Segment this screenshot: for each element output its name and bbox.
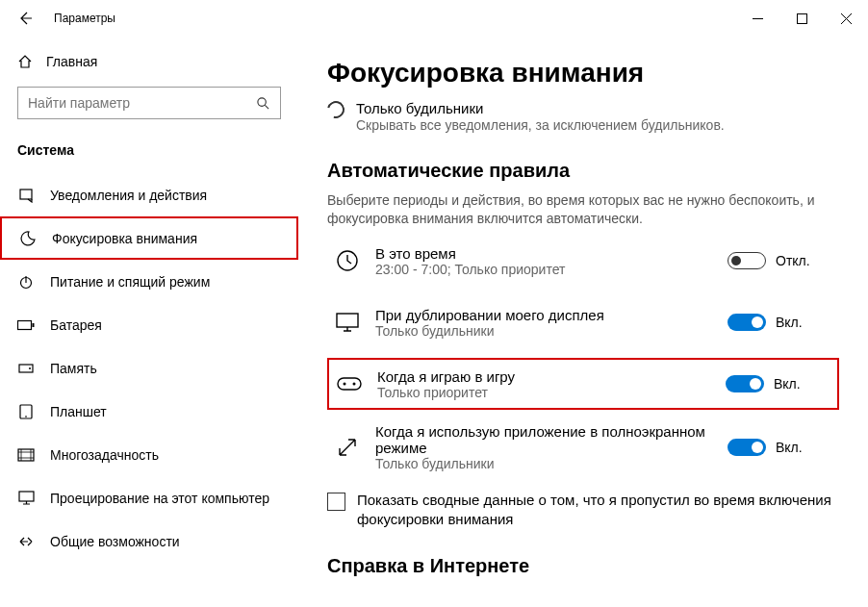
svg-rect-10 bbox=[19, 492, 34, 501]
toggle-label: Откл. bbox=[776, 253, 810, 268]
search-box[interactable] bbox=[17, 87, 281, 119]
sidebar-item-tablet[interactable]: Планшет bbox=[0, 390, 298, 433]
minimize-icon bbox=[753, 13, 763, 24]
checkbox[interactable] bbox=[327, 493, 345, 511]
rule-list: В это время 23:00 - 7:00; Только приорит… bbox=[327, 235, 839, 475]
close-icon bbox=[841, 13, 852, 24]
sidebar-item-focus-assist[interactable]: Фокусировка внимания bbox=[0, 216, 298, 260]
rule-title: Когда я использую приложение в полноэкра… bbox=[375, 423, 714, 456]
toggle-switch[interactable] bbox=[726, 375, 764, 392]
svg-rect-13 bbox=[338, 378, 361, 390]
radio-label: Только будильники bbox=[356, 100, 725, 116]
svg-rect-12 bbox=[337, 314, 358, 327]
summary-checkbox-row[interactable]: Показать сводные данные о том, что я про… bbox=[327, 491, 839, 530]
window-controls bbox=[735, 3, 868, 34]
fullscreen-icon bbox=[333, 436, 362, 459]
sidebar-item-label: Питание и спящий режим bbox=[50, 274, 210, 290]
sidebar-item-multitasking[interactable]: Многозадачность bbox=[0, 433, 298, 476]
rule-sub: Только будильники bbox=[375, 456, 714, 471]
titlebar: Параметры bbox=[0, 0, 868, 37]
home-icon bbox=[17, 54, 33, 69]
sidebar-item-label: Планшет bbox=[50, 404, 107, 419]
close-button[interactable] bbox=[824, 3, 868, 34]
sidebar-item-label: Общие возможности bbox=[50, 534, 180, 549]
sidebar-item-projecting[interactable]: Проецирование на этот компьютер bbox=[0, 476, 298, 519]
arrow-left-icon bbox=[17, 11, 33, 26]
rule-sub: Только приоритет bbox=[377, 385, 712, 400]
rule-sub: 23:00 - 7:00; Только приоритет bbox=[375, 262, 714, 277]
sidebar-section-title: Система bbox=[0, 123, 298, 167]
tablet-icon bbox=[17, 404, 35, 419]
maximize-button[interactable] bbox=[779, 3, 824, 34]
toggle-switch[interactable] bbox=[728, 252, 766, 269]
rule-fullscreen-app[interactable]: Когда я использую приложение в полноэкра… bbox=[327, 419, 839, 475]
notifications-icon bbox=[17, 188, 35, 203]
rule-title: При дублировании моего дисплея bbox=[375, 307, 714, 323]
sidebar-item-label: Проецирование на этот компьютер bbox=[50, 491, 269, 506]
page-title: Фокусировка внимания bbox=[327, 58, 839, 89]
svg-point-14 bbox=[344, 383, 346, 386]
multitasking-icon bbox=[17, 448, 35, 462]
sidebar-item-shared[interactable]: Общие возможности bbox=[0, 519, 298, 563]
svg-rect-0 bbox=[797, 13, 806, 23]
power-icon bbox=[17, 274, 35, 290]
home-label: Главная bbox=[46, 54, 97, 69]
checkbox-label: Показать сводные данные о том, что я про… bbox=[357, 491, 839, 530]
rule-title: В это время bbox=[375, 245, 714, 262]
sidebar-item-notifications[interactable]: Уведомления и действия bbox=[0, 173, 298, 216]
rule-title: Когда я играю в игру bbox=[377, 368, 712, 385]
help-title: Справка в Интернете bbox=[327, 555, 839, 577]
rule-duplicating-display[interactable]: При дублировании моего дисплея Только бу… bbox=[327, 296, 839, 348]
search-icon bbox=[256, 96, 270, 111]
sidebar-item-label: Батарея bbox=[50, 317, 102, 333]
svg-rect-4 bbox=[18, 320, 32, 329]
svg-rect-2 bbox=[20, 190, 32, 199]
sidebar-item-label: Фокусировка внимания bbox=[52, 231, 197, 246]
shared-icon bbox=[17, 534, 35, 549]
sidebar-item-label: Многозадачность bbox=[50, 447, 159, 463]
sidebar-item-label: Уведомления и действия bbox=[50, 188, 207, 203]
toggle-label: Вкл. bbox=[776, 440, 803, 455]
minimize-button[interactable] bbox=[735, 3, 779, 34]
svg-point-7 bbox=[29, 367, 31, 369]
gamepad-icon bbox=[335, 374, 364, 393]
window-title: Параметры bbox=[44, 12, 115, 25]
auto-rules-title: Автоматические правила bbox=[327, 160, 839, 182]
rule-playing-game[interactable]: Когда я играю в игру Только приоритет Вк… bbox=[327, 358, 839, 410]
display-icon bbox=[333, 312, 362, 333]
radio-icon bbox=[324, 98, 348, 122]
sidebar-item-battery[interactable]: Батарея bbox=[0, 303, 298, 346]
radio-option-alarms-only[interactable]: Только будильники Скрывать все уведомлен… bbox=[327, 100, 839, 135]
svg-rect-9 bbox=[18, 449, 34, 461]
search-input[interactable] bbox=[28, 95, 256, 111]
battery-icon bbox=[17, 319, 35, 331]
back-button[interactable] bbox=[17, 11, 44, 26]
sidebar-item-storage[interactable]: Память bbox=[0, 346, 298, 390]
clock-icon bbox=[333, 248, 362, 273]
svg-point-1 bbox=[258, 97, 266, 105]
maximize-icon bbox=[797, 13, 807, 24]
nav: Уведомления и действия Фокусировка внима… bbox=[0, 173, 298, 563]
radio-sub: Скрывать все уведомления, за исключением… bbox=[356, 116, 725, 135]
moon-icon bbox=[19, 231, 37, 246]
sidebar-item-label: Память bbox=[50, 361, 97, 376]
main-content: Фокусировка внимания Только будильники С… bbox=[298, 37, 868, 607]
rule-sub: Только будильники bbox=[375, 323, 714, 339]
sidebar: Главная Система Уведомления и действия bbox=[0, 37, 298, 607]
toggle-label: Вкл. bbox=[774, 376, 801, 392]
rule-during-these-times[interactable]: В это время 23:00 - 7:00; Только приорит… bbox=[327, 235, 839, 287]
sidebar-item-power[interactable]: Питание и спящий режим bbox=[0, 260, 298, 303]
svg-point-15 bbox=[353, 383, 356, 386]
auto-rules-desc: Выберите периоды и действия, во время ко… bbox=[327, 191, 839, 229]
toggle-label: Вкл. bbox=[776, 315, 803, 330]
toggle-switch[interactable] bbox=[728, 314, 766, 331]
storage-icon bbox=[17, 361, 35, 376]
svg-rect-5 bbox=[33, 323, 35, 327]
projecting-icon bbox=[17, 491, 35, 505]
home-link[interactable]: Главная bbox=[0, 44, 298, 79]
toggle-switch[interactable] bbox=[728, 439, 766, 456]
